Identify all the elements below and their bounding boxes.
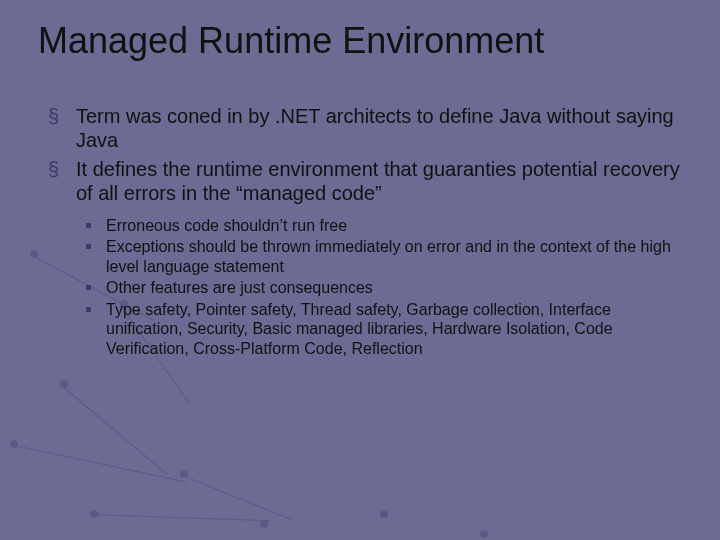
slide-content: Managed Runtime Environment Term was con… (0, 0, 720, 540)
sub-bullet: Other features are just consequences (82, 278, 690, 298)
main-bullet: Term was coned in by .NET architects to … (48, 104, 690, 153)
slide-title: Managed Runtime Environment (38, 20, 690, 62)
sub-bullet: Erroneous code shouldn’t run free (82, 216, 690, 236)
sub-bullet-list: Erroneous code shouldn’t run free Except… (30, 216, 690, 359)
main-bullet: It defines the runtime environment that … (48, 157, 690, 206)
sub-bullet: Type safety, Pointer safety, Thread safe… (82, 300, 690, 359)
sub-bullet: Exceptions should be thrown immediately … (82, 237, 690, 276)
main-bullet-list: Term was coned in by .NET architects to … (30, 104, 690, 206)
